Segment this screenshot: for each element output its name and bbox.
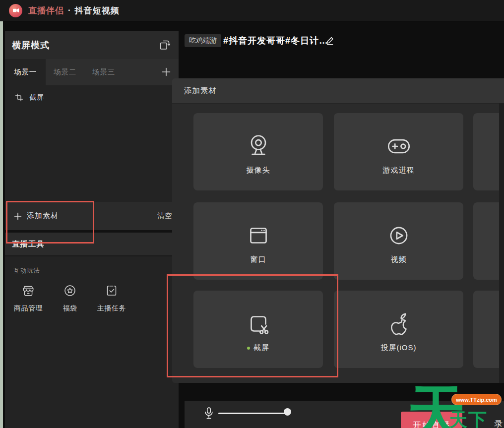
tile-label: 摄像头	[247, 166, 270, 175]
mode-title: 横屏模式	[12, 39, 50, 51]
tab-scene-1[interactable]: 场景一	[5, 59, 46, 85]
live-tools-title: 直播工具	[12, 239, 45, 249]
start-live-label: 开始直播	[413, 420, 450, 428]
tile-window[interactable]: 窗口	[193, 202, 323, 280]
edit-icon[interactable]	[325, 35, 336, 46]
app-window: 直播伴侣 · 抖音短视频 横屏模式 场景一 场景二 场景三	[0, 0, 504, 428]
tile-camera[interactable]: 摄像头	[193, 113, 323, 190]
source-item-screenshot[interactable]: 截屏	[15, 93, 44, 102]
panel-header: 横屏模式	[5, 31, 179, 59]
live-tools-panel: 互动玩法 商品管理 福袋	[5, 256, 179, 428]
tool-anchor-tasks[interactable]: 主播任务	[90, 282, 133, 313]
modal-title: 添加素材	[184, 86, 217, 96]
tile-label: 游戏进程	[383, 166, 415, 175]
tile-label-text: 游戏进程	[383, 166, 415, 175]
add-material-modal: 添加素材 摄像头 游戏进程	[172, 78, 504, 383]
tile-label-text: 摄像头	[247, 166, 270, 175]
bottom-bar: 开始直播 录	[185, 401, 504, 428]
plus-icon	[14, 212, 22, 220]
modal-header: 添加素材	[172, 78, 504, 104]
scene-source-list: 截屏	[5, 85, 179, 202]
tile-label: 投屏(iOS)	[381, 343, 417, 353]
add-material-row[interactable]: 添加素材 清空	[5, 202, 179, 230]
start-live-button[interactable]: 开始直播	[401, 412, 462, 428]
interactive-section-label: 互动玩法	[13, 267, 40, 275]
webcam-icon	[244, 131, 273, 162]
modal-scrollbar[interactable]	[499, 103, 504, 383]
screenshot-scissors-icon	[244, 308, 273, 339]
room-title: #抖音开发哥哥#冬日计…	[223, 35, 328, 47]
play-circle-icon	[384, 220, 413, 251]
tab-scene-3[interactable]: 场景三	[84, 59, 123, 85]
tile-video[interactable]: 视频	[334, 202, 463, 280]
game-category-badge[interactable]: 吃鸡端游	[185, 34, 221, 47]
tile-label-text: 投屏(iOS)	[381, 343, 417, 353]
mic-volume-slider[interactable]	[218, 413, 288, 414]
crop-icon	[15, 93, 23, 102]
tool-label: 商品管理	[14, 304, 43, 313]
tile-label-text: 窗口	[251, 255, 266, 264]
tile-label-text: 截屏	[253, 343, 269, 353]
tile-label-text: 视频	[391, 255, 407, 264]
add-material-label: 添加素材	[27, 211, 59, 221]
tab-scene-2-label: 场景二	[54, 67, 77, 77]
add-scene-plus-icon[interactable]	[161, 66, 172, 77]
tile-screenshot[interactable]: 截屏	[193, 291, 323, 368]
tab-scene-1-label: 场景一	[14, 67, 37, 77]
clear-button-label: 清空	[157, 211, 173, 221]
record-partial-label: 录	[494, 418, 503, 428]
tool-lucky-bag[interactable]: 福袋	[49, 282, 91, 313]
task-icon	[103, 282, 120, 299]
tile-label: 窗口	[251, 255, 266, 264]
app-logo-icon	[9, 4, 22, 17]
window-icon	[244, 220, 273, 251]
live-tools-header: 直播工具	[5, 233, 179, 255]
left-edge-strip	[0, 21, 3, 428]
apple-icon	[384, 308, 413, 339]
tool-label: 福袋	[63, 304, 77, 313]
clear-button[interactable]: 清空	[157, 202, 173, 230]
tool-product-management[interactable]: 商品管理	[7, 282, 50, 313]
mic-volume-knob[interactable]	[284, 408, 291, 416]
mic-icon[interactable]	[203, 406, 214, 421]
tab-scene-3-label: 场景三	[92, 67, 116, 77]
tool-label: 主播任务	[97, 304, 126, 313]
source-item-label: 截屏	[29, 93, 44, 102]
titlebar: 直播伴侣 · 抖音短视频	[0, 0, 504, 21]
scene-tabs: 场景一 场景二 场景三	[5, 59, 179, 85]
gamepad-icon	[384, 131, 413, 162]
left-panel: 横屏模式 场景一 场景二 场景三	[5, 31, 179, 428]
app-name: 直播伴侣	[28, 5, 64, 16]
lucky-bag-icon	[62, 282, 78, 299]
active-dot	[247, 347, 250, 350]
app-subtitle: 抖音短视频	[75, 5, 120, 16]
tab-scene-2[interactable]: 场景二	[46, 59, 84, 85]
tile-label: 截屏	[247, 343, 269, 353]
tile-screen-mirror-ios[interactable]: 投屏(iOS)	[334, 291, 463, 368]
shop-icon	[20, 282, 37, 299]
tile-game-process[interactable]: 游戏进程	[334, 113, 463, 190]
orientation-icon[interactable]	[159, 39, 171, 51]
title-separator: ·	[68, 5, 71, 15]
tile-label: 视频	[391, 255, 407, 264]
